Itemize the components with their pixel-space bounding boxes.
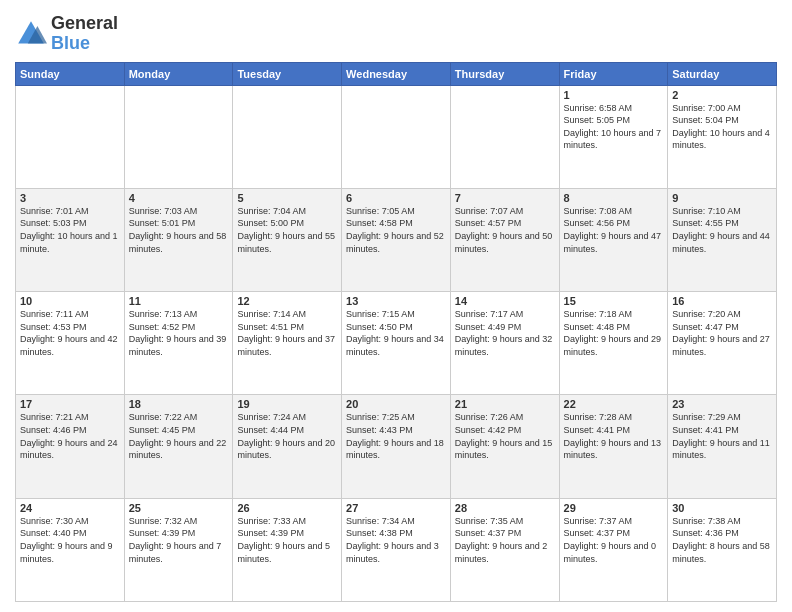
day-info: Sunrise: 7:00 AM Sunset: 5:04 PM Dayligh…	[672, 102, 772, 152]
calendar-cell: 4Sunrise: 7:03 AM Sunset: 5:01 PM Daylig…	[124, 188, 233, 291]
calendar-cell	[16, 85, 125, 188]
day-number: 23	[672, 398, 772, 410]
day-info: Sunrise: 7:32 AM Sunset: 4:39 PM Dayligh…	[129, 515, 229, 565]
day-info: Sunrise: 7:22 AM Sunset: 4:45 PM Dayligh…	[129, 411, 229, 461]
calendar-cell: 18Sunrise: 7:22 AM Sunset: 4:45 PM Dayli…	[124, 395, 233, 498]
day-number: 9	[672, 192, 772, 204]
day-number: 22	[564, 398, 664, 410]
calendar-cell: 10Sunrise: 7:11 AM Sunset: 4:53 PM Dayli…	[16, 292, 125, 395]
calendar-cell	[450, 85, 559, 188]
day-info: Sunrise: 7:21 AM Sunset: 4:46 PM Dayligh…	[20, 411, 120, 461]
day-info: Sunrise: 7:01 AM Sunset: 5:03 PM Dayligh…	[20, 205, 120, 255]
logo-icon	[15, 18, 47, 50]
day-info: Sunrise: 7:07 AM Sunset: 4:57 PM Dayligh…	[455, 205, 555, 255]
weekday-header-row: SundayMondayTuesdayWednesdayThursdayFrid…	[16, 62, 777, 85]
calendar-cell: 16Sunrise: 7:20 AM Sunset: 4:47 PM Dayli…	[668, 292, 777, 395]
weekday-header-tuesday: Tuesday	[233, 62, 342, 85]
day-info: Sunrise: 7:08 AM Sunset: 4:56 PM Dayligh…	[564, 205, 664, 255]
weekday-header-friday: Friday	[559, 62, 668, 85]
day-number: 6	[346, 192, 446, 204]
weekday-header-thursday: Thursday	[450, 62, 559, 85]
day-number: 27	[346, 502, 446, 514]
calendar-cell: 13Sunrise: 7:15 AM Sunset: 4:50 PM Dayli…	[342, 292, 451, 395]
calendar-week-1: 3Sunrise: 7:01 AM Sunset: 5:03 PM Daylig…	[16, 188, 777, 291]
calendar-cell: 5Sunrise: 7:04 AM Sunset: 5:00 PM Daylig…	[233, 188, 342, 291]
day-number: 2	[672, 89, 772, 101]
calendar-cell: 14Sunrise: 7:17 AM Sunset: 4:49 PM Dayli…	[450, 292, 559, 395]
weekday-header-monday: Monday	[124, 62, 233, 85]
day-info: Sunrise: 7:20 AM Sunset: 4:47 PM Dayligh…	[672, 308, 772, 358]
day-number: 15	[564, 295, 664, 307]
day-number: 26	[237, 502, 337, 514]
day-info: Sunrise: 6:58 AM Sunset: 5:05 PM Dayligh…	[564, 102, 664, 152]
calendar-cell: 23Sunrise: 7:29 AM Sunset: 4:41 PM Dayli…	[668, 395, 777, 498]
day-number: 25	[129, 502, 229, 514]
calendar-cell: 3Sunrise: 7:01 AM Sunset: 5:03 PM Daylig…	[16, 188, 125, 291]
day-number: 29	[564, 502, 664, 514]
calendar-cell	[124, 85, 233, 188]
day-number: 17	[20, 398, 120, 410]
calendar-week-2: 10Sunrise: 7:11 AM Sunset: 4:53 PM Dayli…	[16, 292, 777, 395]
calendar-cell: 30Sunrise: 7:38 AM Sunset: 4:36 PM Dayli…	[668, 498, 777, 601]
weekday-header-wednesday: Wednesday	[342, 62, 451, 85]
day-number: 10	[20, 295, 120, 307]
calendar-table: SundayMondayTuesdayWednesdayThursdayFrid…	[15, 62, 777, 602]
day-number: 24	[20, 502, 120, 514]
calendar-cell: 9Sunrise: 7:10 AM Sunset: 4:55 PM Daylig…	[668, 188, 777, 291]
day-info: Sunrise: 7:25 AM Sunset: 4:43 PM Dayligh…	[346, 411, 446, 461]
calendar-cell: 12Sunrise: 7:14 AM Sunset: 4:51 PM Dayli…	[233, 292, 342, 395]
day-number: 14	[455, 295, 555, 307]
calendar-cell: 25Sunrise: 7:32 AM Sunset: 4:39 PM Dayli…	[124, 498, 233, 601]
day-number: 11	[129, 295, 229, 307]
weekday-header-sunday: Sunday	[16, 62, 125, 85]
day-info: Sunrise: 7:35 AM Sunset: 4:37 PM Dayligh…	[455, 515, 555, 565]
calendar-cell: 7Sunrise: 7:07 AM Sunset: 4:57 PM Daylig…	[450, 188, 559, 291]
weekday-header-saturday: Saturday	[668, 62, 777, 85]
day-number: 19	[237, 398, 337, 410]
calendar-cell: 15Sunrise: 7:18 AM Sunset: 4:48 PM Dayli…	[559, 292, 668, 395]
logo-text: General Blue	[51, 14, 118, 54]
calendar-week-4: 24Sunrise: 7:30 AM Sunset: 4:40 PM Dayli…	[16, 498, 777, 601]
logo: General Blue	[15, 14, 118, 54]
day-info: Sunrise: 7:24 AM Sunset: 4:44 PM Dayligh…	[237, 411, 337, 461]
day-info: Sunrise: 7:17 AM Sunset: 4:49 PM Dayligh…	[455, 308, 555, 358]
calendar-cell: 8Sunrise: 7:08 AM Sunset: 4:56 PM Daylig…	[559, 188, 668, 291]
calendar-cell: 19Sunrise: 7:24 AM Sunset: 4:44 PM Dayli…	[233, 395, 342, 498]
header: General Blue	[15, 10, 777, 54]
day-number: 28	[455, 502, 555, 514]
day-info: Sunrise: 7:15 AM Sunset: 4:50 PM Dayligh…	[346, 308, 446, 358]
day-number: 16	[672, 295, 772, 307]
calendar-cell: 1Sunrise: 6:58 AM Sunset: 5:05 PM Daylig…	[559, 85, 668, 188]
calendar-cell: 29Sunrise: 7:37 AM Sunset: 4:37 PM Dayli…	[559, 498, 668, 601]
calendar-cell: 2Sunrise: 7:00 AM Sunset: 5:04 PM Daylig…	[668, 85, 777, 188]
day-number: 20	[346, 398, 446, 410]
day-number: 3	[20, 192, 120, 204]
day-info: Sunrise: 7:30 AM Sunset: 4:40 PM Dayligh…	[20, 515, 120, 565]
calendar-cell: 24Sunrise: 7:30 AM Sunset: 4:40 PM Dayli…	[16, 498, 125, 601]
day-info: Sunrise: 7:29 AM Sunset: 4:41 PM Dayligh…	[672, 411, 772, 461]
day-info: Sunrise: 7:34 AM Sunset: 4:38 PM Dayligh…	[346, 515, 446, 565]
day-number: 21	[455, 398, 555, 410]
calendar-cell: 17Sunrise: 7:21 AM Sunset: 4:46 PM Dayli…	[16, 395, 125, 498]
day-info: Sunrise: 7:10 AM Sunset: 4:55 PM Dayligh…	[672, 205, 772, 255]
day-number: 30	[672, 502, 772, 514]
calendar-cell: 22Sunrise: 7:28 AM Sunset: 4:41 PM Dayli…	[559, 395, 668, 498]
day-info: Sunrise: 7:28 AM Sunset: 4:41 PM Dayligh…	[564, 411, 664, 461]
day-info: Sunrise: 7:38 AM Sunset: 4:36 PM Dayligh…	[672, 515, 772, 565]
calendar-cell: 27Sunrise: 7:34 AM Sunset: 4:38 PM Dayli…	[342, 498, 451, 601]
day-number: 18	[129, 398, 229, 410]
day-number: 8	[564, 192, 664, 204]
calendar-week-3: 17Sunrise: 7:21 AM Sunset: 4:46 PM Dayli…	[16, 395, 777, 498]
day-info: Sunrise: 7:26 AM Sunset: 4:42 PM Dayligh…	[455, 411, 555, 461]
day-number: 7	[455, 192, 555, 204]
day-info: Sunrise: 7:03 AM Sunset: 5:01 PM Dayligh…	[129, 205, 229, 255]
day-number: 12	[237, 295, 337, 307]
day-info: Sunrise: 7:11 AM Sunset: 4:53 PM Dayligh…	[20, 308, 120, 358]
calendar-week-0: 1Sunrise: 6:58 AM Sunset: 5:05 PM Daylig…	[16, 85, 777, 188]
day-number: 5	[237, 192, 337, 204]
calendar-cell: 11Sunrise: 7:13 AM Sunset: 4:52 PM Dayli…	[124, 292, 233, 395]
day-info: Sunrise: 7:33 AM Sunset: 4:39 PM Dayligh…	[237, 515, 337, 565]
day-info: Sunrise: 7:13 AM Sunset: 4:52 PM Dayligh…	[129, 308, 229, 358]
day-info: Sunrise: 7:37 AM Sunset: 4:37 PM Dayligh…	[564, 515, 664, 565]
day-number: 4	[129, 192, 229, 204]
